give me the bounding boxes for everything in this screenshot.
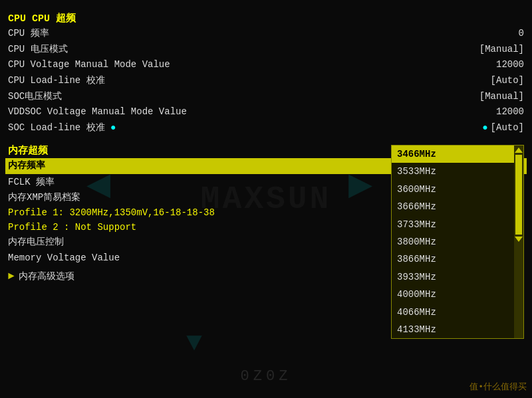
watermark: 值•什么值得买: [469, 381, 527, 393]
soc-loadline-value: ●[Auto]: [444, 121, 524, 136]
soc-loadline-row[interactable]: SOC Load-line 校准 ● ●[Auto]: [8, 120, 524, 136]
cpu-freq-label: CPU 频率: [8, 27, 444, 41]
dropdown-scrollbar[interactable]: [514, 146, 523, 338]
soc-loadline-label: SOC Load-line 校准 ●: [8, 121, 444, 136]
cpu-freq-value: 0: [444, 27, 524, 41]
dropdown-item-3800[interactable]: 3800MHz: [392, 233, 514, 250]
mem-voltage-value-label: Memory Voltage Value: [8, 251, 444, 266]
mem-advanced-label: 内存高级选项: [19, 270, 74, 282]
mem-freq-label: 内存频率: [8, 159, 444, 173]
cpu-voltage-mode-value: [Manual]: [444, 43, 524, 57]
dropdown-item-3533[interactable]: 3533MHz: [392, 163, 514, 180]
cpu-voltage-manual-value: 12000: [444, 58, 524, 72]
bios-screen: MAXSUN ◀ ▶ ▼ 0Z0Z CPU CPU 超频 CPU 频率 0 CP…: [0, 0, 532, 398]
soc-voltage-mode-value: [Manual]: [444, 90, 524, 104]
cpu-voltage-manual-label: CPU Voltage Manual Mode Value: [8, 58, 444, 72]
dropdown-item-3466[interactable]: 3466MHz: [392, 146, 514, 163]
scrollbar-thumb[interactable]: [515, 155, 522, 235]
scrollbar-down-arrow[interactable]: [515, 237, 523, 242]
dropdown-items-container: 3466MHz 3533MHz 3600MHz 3666MHz 3733MHz …: [392, 146, 523, 338]
scrollbar-up-arrow[interactable]: [515, 148, 523, 153]
dropdown-item-3933[interactable]: 3933MHz: [392, 268, 514, 286]
dropdown-item-4066[interactable]: 4066MHz: [392, 304, 514, 321]
soc-voltage-mode-label: SOC电压模式: [8, 90, 444, 104]
bg-arrow-bottom: ▼: [186, 328, 202, 358]
cpu-freq-row: CPU 频率 0: [8, 26, 524, 42]
cpu-loadline-row[interactable]: CPU Load-line 校准 [Auto]: [8, 73, 524, 89]
mem-voltage-control-label: 内存电压控制: [8, 235, 444, 250]
dropdown-item-4000[interactable]: 4000MHz: [392, 286, 514, 303]
dropdown-item-4133[interactable]: 4133MHz: [392, 321, 514, 338]
dropdown-item-3733[interactable]: 3733MHz: [392, 216, 514, 233]
cpu-voltage-mode-label: CPU 电压模式: [8, 43, 444, 57]
cpu-voltage-manual-row[interactable]: CPU Voltage Manual Mode Value 12000: [8, 57, 524, 73]
fclk-freq-label: FCLK 频率: [8, 175, 444, 190]
xmp-label: 内存XMP简易档案: [8, 191, 444, 205]
arrow-indicator: ►: [8, 270, 15, 282]
vddsoc-manual-label: VDDSOC Voltage Manual Mode Value: [8, 105, 444, 120]
dropdown-item-3666[interactable]: 3666MHz: [392, 198, 514, 215]
vddsoc-manual-row[interactable]: VDDSOC Voltage Manual Mode Value 12000: [8, 104, 524, 120]
freq-dropdown[interactable]: 3466MHz 3533MHz 3600MHz 3666MHz 3733MHz …: [391, 145, 524, 339]
cpu-loadline-label: CPU Load-line 校准: [8, 74, 444, 88]
dot-indicator: ●: [110, 122, 116, 133]
cpu-loadline-value: [Auto]: [444, 74, 524, 88]
cpu-voltage-mode-row[interactable]: CPU 电压模式 [Manual]: [8, 42, 524, 58]
vddsoc-manual-value: 12000: [444, 105, 524, 120]
soc-voltage-mode-row[interactable]: SOC电压模式 [Manual]: [8, 89, 524, 105]
dropdown-item-3866[interactable]: 3866MHz: [392, 250, 514, 268]
cpu-overclock-header: CPU CPU 超频: [8, 12, 524, 25]
bottom-decoration: 0Z0Z: [241, 368, 292, 385]
dropdown-item-3600[interactable]: 3600MHz: [392, 181, 514, 198]
